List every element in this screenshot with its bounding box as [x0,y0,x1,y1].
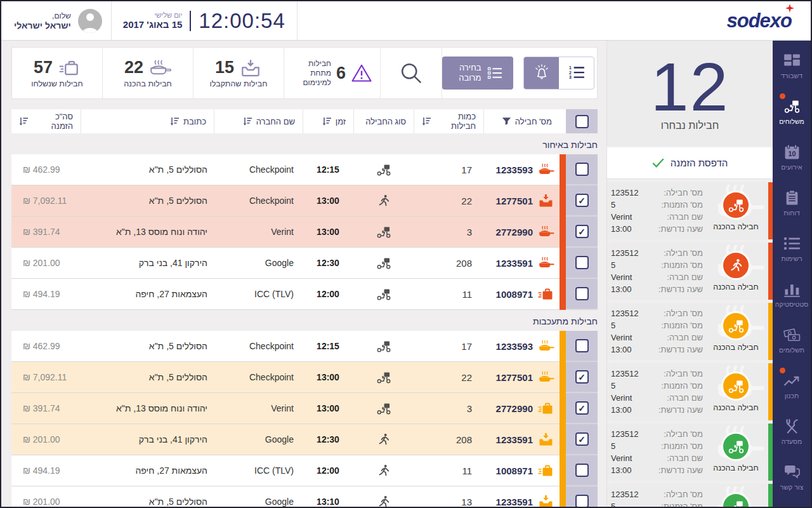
row-checkbox[interactable] [575,339,589,352]
stat-tile[interactable]: 57 חבילות שנשלחו [12,48,103,98]
user-avatar-icon[interactable] [78,9,102,33]
multi-select-button[interactable]: בחירה מרובה [442,57,513,90]
row-checkbox[interactable] [575,432,589,446]
column-header[interactable]: כתובת [81,109,214,133]
nav-item-chat[interactable]: צור קשר [773,455,811,500]
status-circle [721,371,750,401]
selected-package-card[interactable]: חבילה בהכנה מס' חבילה: 123512 מס' הזמנות… [607,363,773,420]
package-row[interactable]: 1008971 11 12:00 ICC (TLV) העצמאות 27, ח… [11,279,598,310]
nav-item-scooter[interactable]: משלוחים [773,89,811,135]
row-checkbox[interactable] [575,401,589,415]
card-status-bar [768,182,773,239]
row-checkbox[interactable] [575,370,589,384]
selected-package-card[interactable]: חבילה בהכנה מס' חבילה: 123512 מס' הזמנות… [607,303,773,360]
nav-item-list[interactable]: רשימות [773,226,811,272]
package-quantity: 208 [414,248,483,278]
column-header[interactable]: מס' חבילה [483,109,560,133]
nav-item-money[interactable]: תשלומים [773,318,811,363]
content-area: 57 חבילות שנשלחו 22 חבילות בהכנה 15 חביל… [1,41,606,507]
nav-item-cutlery[interactable]: מסעדה [773,409,811,455]
delivery-time: 13:00 [303,217,353,247]
column-header-label: סוג החבילה [365,117,406,126]
package-quantity: 3 [414,217,483,247]
row-checkbox[interactable] [575,287,589,300]
card-fields: מס' חבילה: 123512 מס' הזמנות: 5 שם חברה:… [611,429,707,475]
selected-package-card[interactable]: חבילה בהכנה מס' חבילה: 123512 מס' הזמנות… [607,243,773,300]
package-quantity: 22 [414,362,483,392]
packages-table: חבילות באיחור 1233593 17 12:15 Checkpoin… [11,133,598,507]
row-checkbox[interactable] [575,495,589,507]
row-checkbox[interactable] [575,464,589,477]
stat-tile[interactable]: 22 חבילות בהכנה [103,48,193,98]
sort-icon [170,117,180,126]
package-row[interactable]: 1233591 208 12:30 Google הירקון 41, בני … [11,248,598,279]
delivery-time: 13:00 [303,362,353,392]
order-total: 391.74 ₪ [11,393,81,424]
clock: 12:00:54 [199,9,285,33]
status-circle [721,311,750,340]
runner-icon [728,258,745,273]
selection-panel: 12 חבילות נבחרו הדפסת הזמנה חבילה בהכנה … [606,41,773,507]
nav-item-clipboard[interactable]: דוחות [773,180,811,226]
selected-package-card[interactable]: חבילה בהכנה מס' חבילה: 123512 מס' הזמנות… [607,484,773,507]
card-orders-label: מס' הזמנות: [647,381,703,391]
notification-dot [780,368,785,373]
status-circle [721,432,750,461]
column-header[interactable]: זמן [303,109,353,133]
package-row[interactable]: 1233591 208 12:30 Google הירקון 41, בני … [11,424,598,455]
list-view-toggle[interactable]: 123 [559,57,594,89]
package-row[interactable]: 1233593 17 12:15 Checkpoint הסוללים 5, ת… [11,331,598,362]
nav-item-trend[interactable]: תכנון [773,363,811,409]
package-row[interactable]: 1233593 17 12:15 Checkpoint הסוללים 5, ת… [11,154,598,185]
nav-item-dashboard[interactable]: דשבורד [773,43,811,89]
select-all-checkbox[interactable] [575,115,589,128]
top-bar: שלום, ישראל ישראלי יום שלישי 15 באוג' 20… [1,1,811,41]
row-checkbox[interactable] [575,225,589,238]
package-row[interactable]: 1277501 22 13:00 Checkpoint הסוללים 5, ת… [11,185,598,217]
company-name: Checkpoint [214,331,303,361]
nav-item-chart[interactable]: סטטיסטיקה [773,272,811,318]
selected-package-card[interactable]: חבילה בהכנה מס' חבילה: 123512 מס' הזמנות… [607,182,773,239]
runner-icon [376,464,391,478]
order-total: 494.19 ₪ [11,279,81,309]
column-header-label: סה"כ הזמנה [32,112,73,131]
row-checkbox[interactable] [575,163,589,176]
card-fields: מס' חבילה: 123512 מס' הזמנות: 5 שם חברה:… [611,369,707,415]
package-number: 1233591 [496,258,533,269]
card-company-value: Verint [611,272,642,282]
select-all-cell [566,109,598,133]
package-quantity: 11 [414,455,483,486]
stat-tile[interactable]: 6 חבילות מתחת למינימום [284,48,381,98]
search-icon[interactable] [400,62,422,84]
row-checkbox[interactable] [575,194,589,207]
warning-icon [351,64,372,83]
app-window: שלום, ישראל ישראלי יום שלישי 15 באוג' 20… [0,0,812,508]
notification-dot [780,93,785,99]
column-header[interactable]: כמות חבילות [414,109,483,133]
row-checkbox-cell [566,393,598,424]
package-row[interactable]: 2772990 3 13:00 Verint יהודה ונוח מוסס 1… [11,217,598,248]
package-row[interactable]: 2772990 3 13:00 Verint יהודה ונוח מוסס 1… [11,393,598,424]
card-orders-label: מס' הזמנות: [647,200,703,210]
print-order-button[interactable]: הדפסת הזמנה [607,147,773,179]
address: העצמאות 27, חיפה [81,455,214,486]
row-checkbox[interactable] [575,256,589,269]
package-number: 1277501 [496,196,533,206]
stat-tile[interactable]: 15 חבילות שהתקבלו [193,48,284,98]
package-quantity: 208 [414,424,483,455]
address: הסוללים 5, ת"א [81,331,214,361]
column-header[interactable]: סה"כ הזמנה [11,109,81,133]
package-row[interactable]: 1233591 13 13:10 Google הסוללים 5, ת"א 2… [11,486,598,507]
package-number-cell: 1277501 [483,362,560,392]
nav-item-calendar[interactable]: 10 אירועים [773,135,811,180]
column-header[interactable]: סוג החבילה [353,109,414,133]
alerts-view-toggle[interactable] [524,57,559,89]
package-row[interactable]: 1008971 11 12:00 ICC (TLV) העצמאות 27, ח… [11,455,598,486]
order-total: 462.99 ₪ [11,331,81,361]
package-number-cell: 2772990 [483,217,560,247]
selected-package-card[interactable]: חבילה בהכנה מס' חבילה: 123512 מס' הזמנות… [607,424,773,481]
column-header[interactable]: שם החברה [214,109,303,133]
package-row[interactable]: 1277501 22 13:00 Checkpoint הסוללים 5, ת… [11,362,598,393]
package-number: 2772990 [496,227,533,237]
delivery-type-cell [353,362,414,392]
